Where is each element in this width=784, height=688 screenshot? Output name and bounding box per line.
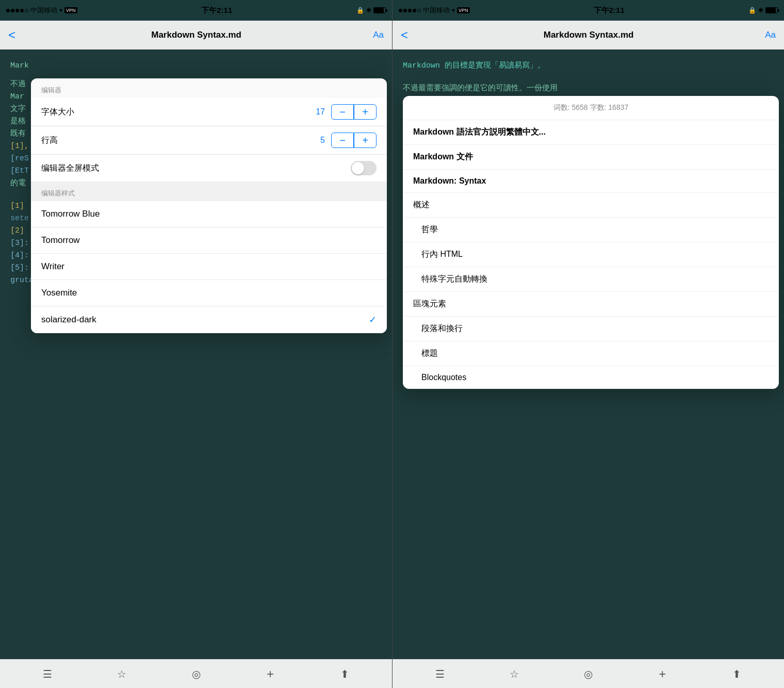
toc-item-2[interactable]: Markdown: Syntax	[403, 170, 779, 193]
r-bg-line-1: Markdown 的目標是實現「易讀易寫」。	[403, 60, 774, 72]
r-star-icon[interactable]: ☆	[505, 668, 524, 680]
toc-stats: 词数: 5658 字数: 16837	[403, 96, 779, 120]
lock-icon: 🔒	[356, 7, 364, 14]
right-back-button[interactable]: <	[401, 28, 408, 42]
font-size-row: 字体大小 17 − +	[31, 98, 387, 126]
right-dark-content: Markdown 的目標是實現「易讀易寫」。 不過最需要強調的便是它的可讀性。一…	[393, 50, 784, 659]
toc-popup: 词数: 5658 字数: 16837 Markdown 語法官方説明繁體中文..…	[403, 96, 779, 389]
right-nav-bar: < Markdown Syntax.md Aa	[393, 21, 784, 50]
battery-icon	[373, 7, 386, 13]
toc-item-label: Markdown 文件	[413, 152, 473, 162]
style-label: Tomorrow	[41, 235, 80, 245]
left-dark-content: Mark 不過 Mar 文字 是格 既有 [1], [reS [EtT 的電 […	[0, 50, 392, 659]
dot5	[25, 9, 28, 12]
style-section-header: 编辑器样式	[31, 182, 387, 201]
font-size-value: 17	[316, 107, 325, 117]
r-dot3	[408, 9, 412, 12]
font-size-stepper: − +	[331, 104, 377, 120]
toc-item-label: 段落和換行	[421, 323, 463, 334]
share-icon[interactable]: ⬆	[335, 668, 354, 680]
right-time: 下午2:11	[594, 6, 625, 14]
list-icon[interactable]: ☰	[38, 668, 57, 680]
r-dot5	[417, 9, 421, 12]
left-status-center: 下午2:11	[201, 6, 232, 15]
toc-item-10[interactable]: Blockquotes	[403, 366, 779, 389]
editor-section-header: 编辑器	[31, 78, 387, 98]
right-phone-panel: 中国移动 ▾ VPN 下午2:11 🔒 ✱ < Markdown Syntax.…	[392, 0, 784, 688]
eye-icon[interactable]: ◎	[187, 668, 205, 680]
toc-item-3[interactable]: 概述	[403, 193, 779, 218]
left-aa-button[interactable]: Aa	[373, 30, 384, 40]
line-height-row: 行高 5 − +	[31, 126, 387, 155]
left-back-button[interactable]: <	[8, 28, 15, 42]
line-height-label: 行高	[41, 135, 320, 146]
r-battery-icon	[765, 7, 778, 13]
left-time: 下午2:11	[201, 6, 232, 14]
checkmark-icon: ✓	[369, 314, 377, 325]
toc-item-9[interactable]: 標題	[403, 341, 779, 366]
style-tomorrow-blue[interactable]: Tomorrow Blue	[31, 201, 387, 227]
left-phone-panel: 中国移动 ▾ VPN 下午2:11 🔒 ✱ < Markdown Syntax.…	[0, 0, 392, 688]
toc-item-label: 標題	[421, 348, 438, 359]
font-increase-button[interactable]: +	[354, 104, 377, 120]
r-battery-fill	[766, 8, 776, 13]
r-dot2	[403, 9, 407, 12]
toc-item-1[interactable]: Markdown 文件	[403, 145, 779, 170]
battery-fill	[374, 8, 384, 13]
r-bg-line-2: 不過最需要強調的便是它的可讀性。一份使用	[403, 83, 774, 95]
bg-line-1: Mark	[10, 60, 382, 72]
font-decrease-button[interactable]: −	[331, 104, 354, 120]
plus-icon[interactable]: +	[261, 667, 280, 681]
toc-item-label: Markdown: Syntax	[413, 176, 486, 186]
toc-item-label: 特殊字元自動轉換	[421, 274, 487, 285]
left-nav-title: Markdown Syntax.md	[20, 30, 373, 40]
toc-stats-text: 词数: 5658 字数: 16837	[553, 103, 629, 111]
carrier-label: 中国移动	[30, 6, 57, 15]
style-solarized-dark[interactable]: solarized-dark ✓	[31, 306, 387, 333]
toc-item-5[interactable]: 行內 HTML	[403, 242, 779, 267]
fullscreen-toggle[interactable]	[351, 161, 377, 175]
r-vpn-badge: VPN	[457, 7, 470, 13]
fullscreen-label: 编辑器全屏模式	[41, 163, 351, 174]
right-status-left: 中国移动 ▾ VPN	[399, 6, 470, 15]
r-lock-icon: 🔒	[748, 7, 756, 14]
right-nav-title: Markdown Syntax.md	[412, 30, 765, 40]
toc-item-label: 區塊元素	[413, 299, 446, 309]
dot1	[6, 9, 10, 12]
fullscreen-row: 编辑器全屏模式	[31, 155, 387, 182]
dot4	[20, 9, 24, 12]
style-label: Yosemite	[41, 288, 77, 298]
toc-item-label: Markdown 語法官方説明繁體中文...	[413, 127, 546, 138]
right-toolbar: ☰ ☆ ◎ + ⬆	[393, 659, 784, 688]
r-dot1	[399, 9, 402, 12]
r-list-icon[interactable]: ☰	[431, 668, 449, 680]
star-icon[interactable]: ☆	[112, 668, 131, 680]
toc-item-7[interactable]: 區塊元素	[403, 292, 779, 317]
left-status-left: 中国移动 ▾ VPN	[6, 6, 77, 15]
style-tomorrow[interactable]: Tomorrow	[31, 227, 387, 254]
toc-item-label: 行內 HTML	[421, 249, 463, 260]
bluetooth-icon: ✱	[366, 7, 371, 14]
line-decrease-button[interactable]: −	[331, 133, 354, 148]
r-bluetooth-icon: ✱	[758, 7, 763, 14]
line-increase-button[interactable]: +	[354, 133, 377, 148]
style-label: solarized-dark	[41, 315, 96, 325]
wifi-icon: ▾	[59, 7, 62, 14]
toc-item-8[interactable]: 段落和換行	[403, 317, 779, 341]
right-aa-button[interactable]: Aa	[765, 30, 776, 40]
toc-item-6[interactable]: 特殊字元自動轉換	[403, 267, 779, 292]
toc-item-label: Blockquotes	[421, 373, 466, 382]
r-eye-icon[interactable]: ◎	[579, 668, 597, 680]
toc-item-label: 概述	[413, 200, 430, 210]
r-share-icon[interactable]: ⬆	[727, 668, 746, 680]
style-writer[interactable]: Writer	[31, 254, 387, 280]
dot2	[11, 9, 14, 12]
right-status-center: 下午2:11	[594, 6, 625, 15]
r-plus-icon[interactable]: +	[653, 667, 672, 681]
left-nav-bar: < Markdown Syntax.md Aa	[0, 21, 392, 50]
toc-item-0[interactable]: Markdown 語法官方説明繁體中文...	[403, 120, 779, 145]
toc-item-4[interactable]: 哲學	[403, 218, 779, 242]
style-label: Writer	[41, 261, 64, 272]
style-yosemite[interactable]: Yosemite	[31, 280, 387, 306]
left-status-bar: 中国移动 ▾ VPN 下午2:11 🔒 ✱	[0, 0, 392, 21]
